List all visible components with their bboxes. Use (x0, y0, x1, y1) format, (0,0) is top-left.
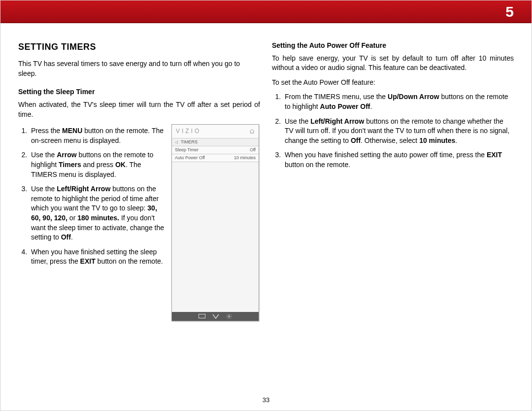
row-value: Off (250, 147, 256, 153)
menu-title-row: ◁ TIMERS (172, 138, 259, 146)
menu-inset-wrapper: VIZIO ◁ TIMERS Sleep Timer Off (171, 124, 260, 321)
chapter-band: 5 (0, 0, 532, 23)
menu-row-auto-power-off: Auto Power Off 10 minutes (172, 154, 259, 162)
row-label: Auto Power Off (175, 155, 205, 161)
intro-paragraph: This TV has several timers to save energ… (18, 59, 260, 78)
step-1: Press the MENU button on the remote. The… (29, 126, 165, 145)
step-2: Use the Arrow buttons on the remote to h… (29, 150, 165, 179)
svg-rect-0 (199, 314, 205, 318)
step-4: When you have finished setting the sleep… (29, 247, 165, 267)
tv-menu-illustration: VIZIO ◁ TIMERS Sleep Timer Off (171, 124, 259, 321)
row-value: 10 minutes (234, 155, 256, 161)
page-number: 33 (0, 396, 532, 405)
menu-header: VIZIO (172, 125, 259, 138)
wide-icon (199, 314, 205, 319)
auto-power-desc: To help save energy, your TV is set by d… (272, 54, 514, 73)
sleep-timer-desc: When activated, the TV's sleep timer wil… (18, 100, 260, 119)
menu-row-sleep-timer: Sleep Timer Off (172, 146, 259, 154)
row-label: Sleep Timer (175, 147, 199, 153)
step-3: Use the Left/Right Arrow buttons on the … (29, 184, 165, 242)
manual-page: 5 SETTING TIMERS This TV has several tim… (0, 0, 532, 411)
step-2: Use the Left/Right Arrow buttons on the … (283, 117, 514, 146)
subhead-auto-power-off: Setting the Auto Power Off Feature (272, 41, 514, 51)
subhead-sleep-timer: Setting the Sleep Timer (18, 87, 260, 97)
svg-point-1 (229, 316, 230, 317)
menu-footer (172, 312, 259, 321)
column-right: Setting the Auto Power Off Feature To he… (272, 41, 514, 411)
intro-text: This TV has several timers to save energ… (18, 59, 260, 78)
sleep-timer-steps: Press the MENU button on the remote. The… (18, 124, 165, 321)
brand-logo: VIZIO (176, 127, 201, 136)
auto-power-lead: To set the Auto Power Off feature: (272, 78, 514, 88)
page-content: SETTING TIMERS This TV has several timer… (0, 23, 532, 411)
step-3: When you have finished setting the auto … (283, 150, 514, 170)
steps-with-inset: Press the MENU button on the remote. The… (18, 124, 260, 321)
menu-title: TIMERS (181, 139, 198, 145)
column-left: SETTING TIMERS This TV has several timer… (18, 41, 260, 411)
vizio-v-icon (212, 314, 219, 319)
chapter-number: 5 (505, 1, 514, 22)
back-triangle-icon: ◁ (175, 139, 178, 145)
home-icon (249, 129, 255, 134)
menu-spacer (172, 162, 259, 312)
gear-icon (226, 313, 232, 319)
step-1: From the TIMERS menu, use the Up/Down Ar… (283, 92, 514, 111)
auto-power-steps: From the TIMERS menu, use the Up/Down Ar… (272, 92, 514, 170)
section-title: SETTING TIMERS (18, 41, 260, 53)
